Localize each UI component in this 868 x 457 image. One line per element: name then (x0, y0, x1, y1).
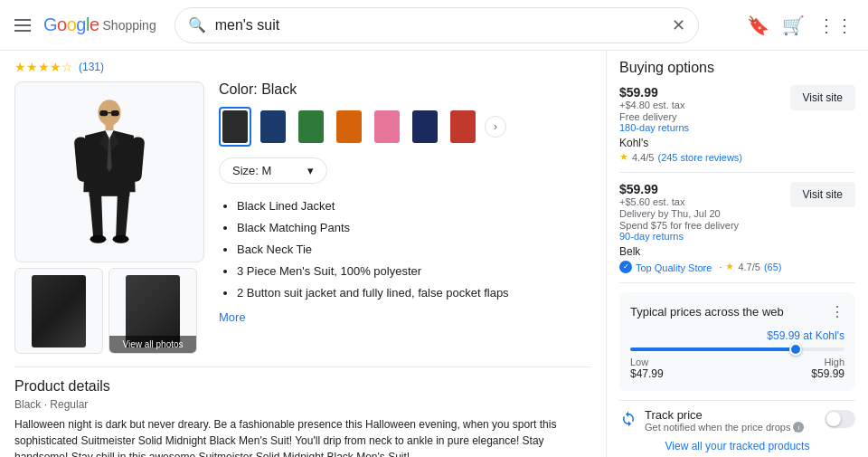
swatch-orange[interactable] (333, 107, 365, 147)
view-tracked-link[interactable]: View all your tracked products (619, 440, 855, 452)
info-icon[interactable]: i (793, 422, 804, 433)
search-icon: 🔍 (188, 16, 206, 33)
store-2-name: Belk (619, 245, 855, 258)
search-bar[interactable]: 🔍 ✕ (175, 7, 699, 43)
swatch-color-orange (336, 110, 362, 143)
toggle-knob (826, 412, 841, 426)
store-2-price-block: $59.99 +$5.60 est. tax Delivery by Thu, … (619, 182, 739, 242)
shopping-label: Shopping (103, 18, 156, 33)
features-list: Black Lined Jacket Black Matching Pants … (219, 196, 591, 303)
view-all-photos[interactable]: View all photos (109, 336, 196, 353)
review-count[interactable]: (131) (79, 61, 104, 73)
main-content: ★★★★☆ (131) (0, 51, 868, 457)
svg-point-7 (113, 235, 129, 243)
price-range-labels: Low High (630, 357, 844, 367)
typical-prices-title: Typical prices across the web (630, 305, 784, 319)
search-input[interactable] (215, 17, 672, 33)
clear-icon[interactable]: ✕ (672, 15, 685, 35)
thumbnail-2[interactable]: View all photos (108, 268, 197, 354)
swatch-pink[interactable] (371, 107, 403, 147)
google-logo: Google (43, 14, 99, 35)
price-bar-fill (630, 348, 802, 351)
swatch-color-navy (412, 110, 438, 143)
logo[interactable]: Google Shopping (43, 14, 156, 35)
thumbnail-1[interactable] (14, 268, 103, 354)
price-bar (630, 348, 844, 351)
store-1-delivery: Free delivery (619, 111, 689, 122)
refresh-icon (620, 411, 637, 427)
menu-button[interactable] (14, 19, 31, 32)
product-desc-subtitle: Black · Regular (14, 398, 591, 411)
store-2-returns[interactable]: 90-day returns (619, 231, 739, 242)
store-1-returns[interactable]: 180-day returns (619, 122, 689, 133)
apps-icon[interactable]: ⋮⋮ (817, 14, 854, 36)
swatch-navy[interactable] (409, 107, 441, 147)
header: Google Shopping 🔍 ✕ 🔖 🛒 ⋮⋮ (0, 0, 868, 51)
main-image (14, 81, 204, 262)
typical-prices-header: Typical prices across the web ⋮ (630, 303, 844, 320)
track-price-toggle[interactable] (825, 410, 855, 428)
high-label: High (824, 357, 844, 367)
swatch-green[interactable] (295, 107, 327, 147)
cart-icon[interactable]: 🛒 (782, 14, 805, 36)
svg-rect-1 (99, 110, 108, 116)
feature-2: Black Matching Pants (237, 218, 591, 238)
store-row-1: $59.99 +$4.80 est. tax Free delivery 180… (619, 85, 855, 133)
thumbnails: View all photos (14, 268, 204, 354)
store-2-rating: ✓ Top Quality Store · ★ 4.7/5 (65) (619, 260, 855, 273)
header-actions: 🔖 🛒 ⋮⋮ (747, 14, 854, 36)
svg-rect-5 (90, 188, 130, 196)
low-label: Low (630, 357, 648, 367)
store-option-1: $59.99 +$4.80 est. tax Free delivery 180… (619, 85, 855, 173)
track-price-row: Track price Get notified when the price … (619, 400, 855, 433)
size-select[interactable]: Size: M ▾ (219, 157, 327, 184)
feature-3: Back Neck Tie (237, 240, 591, 260)
high-price: $59.99 (811, 367, 844, 380)
right-panel: Buying options $59.99 +$4.80 est. tax Fr… (606, 51, 868, 457)
rating-row: ★★★★☆ (131) (14, 60, 591, 74)
store-1-price-block: $59.99 +$4.80 est. tax Free delivery 180… (619, 85, 689, 133)
color-label: Color: Black (219, 81, 591, 98)
product-desc-text: Halloween night is dark but never dreary… (14, 416, 591, 457)
feature-1: Black Lined Jacket (237, 196, 591, 216)
track-subtitle-text: Get notified when the price drops (645, 422, 790, 433)
store-2-visit-button[interactable]: Visit site (790, 182, 855, 207)
color-swatches: › (219, 107, 591, 147)
swatch-red[interactable] (447, 107, 479, 147)
bookmark-icon[interactable]: 🔖 (747, 14, 769, 36)
swatch-dark-blue[interactable] (257, 107, 289, 147)
svg-rect-4 (106, 124, 114, 130)
product-desc-title: Product details (14, 378, 591, 395)
price-bar-track (630, 348, 844, 351)
product-area: View all photos Color: Black (14, 81, 591, 354)
more-link[interactable]: More (219, 310, 591, 324)
swatches-next-button[interactable]: › (485, 116, 506, 138)
store-1-tax: +$4.80 est. tax (619, 100, 689, 110)
store-1-price: $59.99 (619, 85, 689, 100)
swatch-black[interactable] (219, 107, 251, 147)
swatch-color-black (222, 110, 248, 143)
track-price-icon (619, 410, 637, 428)
suit-image (55, 95, 164, 249)
stars: ★★★★☆ (14, 60, 73, 74)
typical-prices-box: Typical prices across the web ⋮ $59.99 a… (619, 292, 855, 391)
size-label: Size: M (232, 164, 271, 177)
store-option-2: $59.99 +$5.60 est. tax Delivery by Thu, … (619, 182, 855, 283)
store-1-reviews[interactable]: (245 store reviews) (657, 152, 742, 163)
track-title: Track price (645, 408, 817, 422)
swatch-color-pink (374, 110, 400, 143)
low-price: $47.99 (630, 367, 664, 380)
price-bar-dot (789, 343, 802, 356)
top-quality-icon: ✓ (619, 261, 632, 273)
store-2-star: ★ (725, 261, 734, 272)
swatch-color-blue (260, 110, 286, 143)
chevron-down-icon: ▾ (307, 164, 314, 177)
image-gallery: View all photos (14, 81, 204, 354)
top-quality-label: Top Quality Store (636, 262, 712, 273)
store-2-reviews[interactable]: (65) (764, 262, 782, 272)
left-panel: ★★★★☆ (131) (0, 51, 606, 457)
store-2-rating-value: 4.7/5 (738, 262, 760, 272)
store-1-visit-button[interactable]: Visit site (790, 85, 855, 110)
more-options-icon[interactable]: ⋮ (830, 303, 844, 320)
price-values: $47.99 $59.99 (630, 367, 844, 380)
